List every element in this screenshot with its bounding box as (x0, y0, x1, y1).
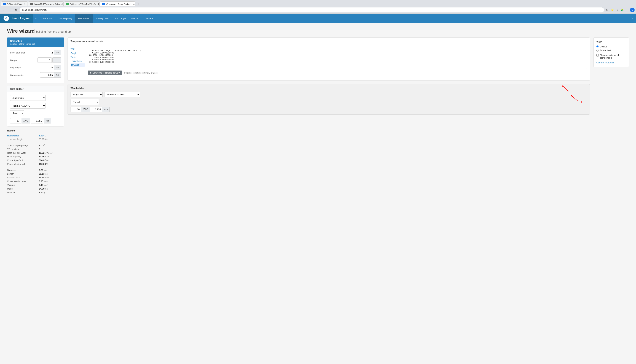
new-tab-button[interactable]: + (136, 2, 141, 6)
mass-value: 24.70 (39, 188, 44, 190)
download-icon: ⬇ (90, 72, 92, 74)
tc-link-equivalents[interactable]: Equivalents (70, 60, 85, 63)
show-all-checkbox[interactable] (596, 54, 599, 56)
celsius-option[interactable]: Celsius (596, 45, 626, 48)
nav-battery-drain[interactable]: Battery drain (93, 14, 112, 23)
reload-button[interactable]: ↻ (14, 8, 18, 12)
diameter-row: Diameter 0.26 mm (7, 168, 64, 172)
tc-link-graph[interactable]: Graph (70, 52, 85, 55)
extensions-icon[interactable]: 🧩 (620, 8, 624, 12)
diameter-unit: mm (44, 169, 47, 171)
wire-material-select-center[interactable]: Kanthal A1 / APM (104, 92, 140, 97)
tab-4[interactable]: Wire wizard | Steam Engine | free w... ✕ (100, 2, 136, 6)
wire-shape-select-center[interactable]: Round (70, 99, 99, 105)
page-subtitle: building from the ground up (36, 30, 71, 33)
mass-unit: mg (45, 188, 48, 190)
fahrenheit-radio[interactable] (596, 49, 599, 52)
google-icon[interactable]: G (605, 8, 609, 12)
wire-material-select[interactable]: Kanthal A1 / APM SS 316L (10, 103, 46, 108)
center-panel: Temperature control results TFR Graph Ta… (68, 38, 590, 114)
tab-1[interactable]: E-Cigarette Forum ✕ (1, 2, 28, 6)
wire-gauge-row-center: AWG mm (70, 106, 587, 112)
power-dissipated-row: Power dissipated 100.00 % (7, 162, 64, 166)
tcr-unit: ×10-6 (40, 144, 45, 146)
bookmark-icon[interactable]: ⭐ (610, 8, 614, 12)
nav-home-link[interactable]: ⌂ (33, 17, 39, 20)
address-bar[interactable]: steam-engine.org/wirewiz# (20, 8, 604, 12)
custom-materials-link[interactable]: Custom materials (596, 61, 614, 64)
cross-section-unit: mm² (44, 180, 48, 182)
wire-type-select[interactable]: Single wire Twisted (10, 95, 46, 101)
tcr-row: TCR in vaping range 2 ×10-6 (7, 143, 64, 147)
leg-length-row: Leg length mm (10, 65, 61, 70)
forward-button[interactable]: → (8, 8, 12, 12)
tab-1-close[interactable]: ✕ (24, 3, 26, 5)
back-button[interactable]: ← (2, 8, 6, 12)
nav-links: Ohm's law Coil wrapping Wire Wizard Batt… (39, 14, 156, 23)
coil-setup-body: Inner diameter mm Wraps − + (7, 47, 64, 83)
nav-wire-wizard[interactable]: Wire Wizard (75, 14, 93, 23)
per-unit-length-label: ... per unit length (7, 138, 37, 140)
logo-area: ⚙ Steam Engine (0, 14, 33, 23)
wrap-spacing-input[interactable] (40, 72, 54, 78)
cross-section-value: 0.05 (39, 180, 43, 182)
tc-subtitle: results (96, 40, 103, 43)
resistance-row: Resistance 1.934 Ω (7, 134, 64, 138)
fahrenheit-option[interactable]: Fahrenheit (596, 49, 626, 52)
nav-help-icon[interactable]: ? (629, 17, 636, 20)
inner-diameter-input[interactable] (40, 50, 54, 55)
length-value: 68.13 (39, 172, 44, 175)
show-all-label: Show results for all components (600, 54, 626, 59)
show-all-checkbox-row[interactable]: Show results for all components (596, 54, 626, 59)
tc-link-dna200[interactable]: DNA200 (70, 64, 85, 66)
tc-content-area: "Temperature (degF)","Electrical Resisti… (88, 48, 587, 78)
gauge-mm-input-center[interactable] (90, 106, 102, 112)
wraps-label: Wraps (10, 59, 38, 62)
wire-shape-select[interactable]: Round Flat (10, 110, 24, 116)
tab-3[interactable]: Settings for TC on DNA75c for NIF... ✕ (64, 2, 100, 6)
tc-link-table[interactable]: Table (70, 56, 85, 59)
wraps-decrease-button[interactable]: − (52, 58, 57, 63)
leg-length-input[interactable] (40, 65, 54, 70)
nav-ohms-law[interactable]: Ohm's law (39, 14, 55, 23)
volume-label: Volume (7, 184, 37, 186)
result-divider-1 (7, 142, 64, 142)
tc-precision-label: TC precision (7, 148, 37, 150)
per-unit-length-unit: Ω/m (44, 138, 48, 140)
nav-convert[interactable]: Convert (142, 14, 156, 23)
wire-builder-header: Wire builder (7, 86, 64, 92)
celsius-radio[interactable] (596, 46, 599, 48)
tc-textarea[interactable]: "Temperature (degF)","Electrical Resisti… (88, 48, 587, 69)
tab-favicon-1 (4, 3, 6, 5)
results-title: Results (7, 129, 64, 132)
tab-bar: E-Cigarette Forum ✕ Inbox (12,426) - dwc… (0, 0, 636, 6)
nav-coil-wrapping[interactable]: Coil wrapping (55, 14, 75, 23)
star-icon[interactable]: ☆ (615, 8, 619, 12)
download-csv-button[interactable]: ⬇ Download TFR table as CSV (88, 70, 122, 75)
menu-icon[interactable]: ⋮ (625, 8, 629, 12)
leg-length-label: Leg length (10, 66, 40, 69)
tcr-value: 2 (39, 144, 40, 147)
nav-mod-range[interactable]: Mod range (112, 14, 128, 23)
tc-link-tfr[interactable]: TFR (70, 48, 85, 51)
surface-area-row: Surface area 54.58 mm² (7, 176, 64, 180)
tab-2[interactable]: Inbox (12,426) - dwcraig1@gmail.c... ✕ (28, 2, 64, 6)
wraps-input[interactable] (38, 58, 52, 63)
right-panel: View Celsius Fahrenheit Show results for… (593, 38, 629, 67)
tc-title: Temperature control (70, 40, 94, 43)
nav-eliquid[interactable]: E-liquid (128, 14, 142, 23)
wrap-spacing-unit: mm (54, 72, 61, 78)
surface-area-label: Surface area (7, 176, 37, 179)
gauge-mm-input[interactable] (31, 118, 43, 124)
gauge-awg-input[interactable] (10, 118, 21, 124)
result-divider-2 (7, 167, 64, 167)
wire-type-select-center[interactable]: Single wire (70, 92, 102, 97)
gauge-awg-input-center[interactable] (70, 106, 81, 112)
tc-header: Temperature control results (68, 38, 590, 45)
profile-avatar[interactable]: U (630, 8, 634, 12)
cross-section-label: Cross section area (7, 180, 37, 182)
wraps-increase-button[interactable]: + (57, 58, 61, 63)
logo-text: Steam Engine (11, 17, 30, 20)
wire-gauge-row: AWG mm (10, 118, 61, 124)
tab-favicon-3 (66, 3, 69, 5)
